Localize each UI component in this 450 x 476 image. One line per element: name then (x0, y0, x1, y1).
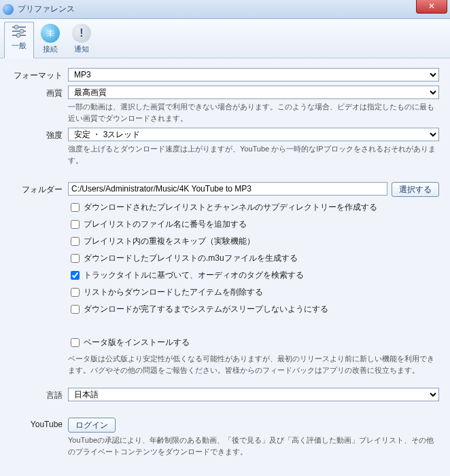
globe-icon (41, 24, 60, 43)
intensity-label: 強度 (11, 128, 68, 141)
youtube-label: YouTube (11, 418, 68, 429)
folder-input[interactable] (68, 182, 387, 196)
check-m3u[interactable]: ダウンロードしたプレイリストの.m3uファイルを生成する (68, 252, 439, 265)
check-nosleep[interactable]: ダウンロードが完了するまでシステムがスリープしないようにする (68, 303, 439, 316)
quality-hint: 一部の動画は、選択した画質で利用できない場合があります。このような場合、ビデオは… (68, 101, 439, 124)
folder-label: フォルダー (11, 182, 68, 196)
svg-point-5 (16, 33, 20, 37)
check-m3u-box[interactable] (71, 254, 80, 263)
language-select[interactable]: 日本語 (68, 388, 439, 401)
check-number-label: プレイリストのファイル名に番号を追加する (84, 219, 247, 230)
tab-notifications-label: 通知 (67, 44, 96, 54)
app-icon (3, 4, 14, 15)
check-skipdup-box[interactable] (71, 237, 80, 246)
check-beta[interactable]: ベータ版をインストールする (68, 336, 439, 349)
quality-select[interactable]: 最高画質 (68, 86, 439, 99)
format-select[interactable]: MP3 (68, 68, 439, 81)
youtube-login-button[interactable]: ログイン (68, 418, 116, 433)
check-skipdup-label: プレイリスト内の重複をスキップ（実験機能） (84, 236, 255, 247)
window-title: プリファレンス (18, 3, 75, 15)
svg-point-3 (20, 29, 24, 33)
check-nosleep-label: ダウンロードが完了するまでシステムがスリープしないようにする (84, 304, 328, 315)
tab-toolbar: 一般 接続 ! 通知 (0, 19, 450, 58)
language-label: 言語 (11, 388, 68, 401)
check-remove-label: リストからダウンロードしたアイテムを削除する (84, 287, 263, 298)
intensity-hint: 強度を上げるとダウンロード速度は上がりますが、YouTube から一時的なIPブ… (68, 143, 439, 166)
check-subdir-label: ダウンロードされたプレイリストとチャンネルのサブディレクトリーを作成する (84, 202, 377, 213)
check-nosleep-box[interactable] (71, 305, 80, 314)
check-tags-box[interactable] (71, 271, 80, 280)
titlebar: プリファレンス ✕ (0, 0, 450, 19)
tab-general-label: 一般 (5, 41, 33, 51)
close-button[interactable]: ✕ (416, 0, 447, 14)
quality-label: 画質 (11, 86, 68, 99)
check-subdir-box[interactable] (71, 203, 80, 212)
sliders-icon (10, 24, 29, 39)
check-beta-box[interactable] (71, 338, 80, 347)
check-subdir[interactable]: ダウンロードされたプレイリストとチャンネルのサブディレクトリーを作成する (68, 201, 439, 214)
intensity-select[interactable]: 安定 ・ 3スレッド (68, 128, 439, 141)
check-number[interactable]: プレイリストのファイル名に番号を追加する (68, 218, 439, 231)
tab-notifications[interactable]: ! 通知 (67, 22, 97, 58)
alert-icon: ! (72, 24, 91, 43)
check-skipdup[interactable]: プレイリスト内の重複をスキップ（実験機能） (68, 235, 439, 248)
check-tags-label: トラックタイトルに基づいて、オーディオのタグを検索する (84, 270, 304, 281)
check-number-box[interactable] (71, 220, 80, 229)
svg-point-1 (14, 25, 18, 29)
tab-general[interactable]: 一般 (4, 22, 34, 58)
content-panel: フォーマット MP3 画質 最高画質 一部の動画は、選択した画質で利用できない場… (0, 58, 450, 476)
check-beta-label: ベータ版をインストールする (84, 337, 190, 348)
check-tags[interactable]: トラックタイトルに基づいて、オーディオのタグを検索する (68, 269, 439, 282)
check-remove[interactable]: リストからダウンロードしたアイテムを削除する (68, 286, 439, 299)
youtube-hint: YouTubeの承認により、年齢制限のある動画、「後で見る」及び「高く評価した動… (68, 435, 439, 457)
tab-connection[interactable]: 接続 (35, 22, 65, 58)
check-remove-box[interactable] (71, 288, 80, 297)
check-m3u-label: ダウンロードしたプレイリストの.m3uファイルを生成する (84, 253, 298, 264)
format-label: フォーマット (11, 68, 68, 81)
beta-hint: ベータ版は公式版より安定性が低くなる可能性がありますが、最初のリリースより前に新… (68, 353, 439, 376)
folder-select-button[interactable]: 選択する (392, 182, 439, 197)
tab-connection-label: 接続 (36, 44, 65, 54)
